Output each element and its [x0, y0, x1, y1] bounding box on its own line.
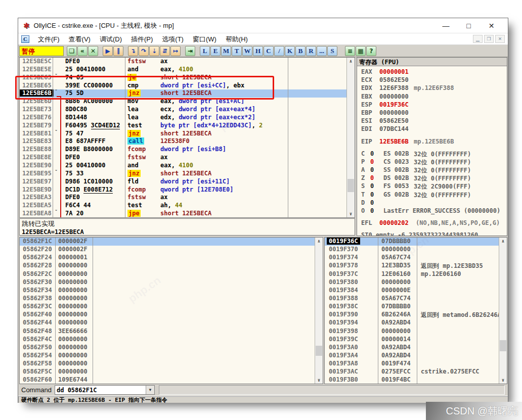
disasm-row[interactable]: 12E5BE5E25 00410000andeax, 4100	[20, 66, 346, 74]
command-input[interactable]	[55, 387, 146, 394]
memory-row[interactable]: 05862F4400000000	[20, 319, 323, 327]
maximize-button[interactable]: □	[457, 22, 480, 30]
trace-into-button[interactable]: ⇣	[149, 46, 159, 56]
memory-row[interactable]: 05862F2C00000000	[20, 270, 323, 278]
disasm-row[interactable]: 12E5BE738D0C80leaecx, dword ptr [eax+eax…	[20, 106, 346, 114]
disasm-row[interactable]: 12E5BE88D89E B8000000fcompdword ptr [esi…	[20, 146, 346, 154]
column-divider[interactable]	[378, 238, 378, 384]
disasm-row[interactable]: 12E5BE81ˇ75 47jnzshort 12E5BECA	[20, 130, 346, 138]
register-row-edi[interactable]: EDI07DBC144	[357, 125, 507, 133]
register-row-eip[interactable]: EIP12E5BE6Bmp.12E5BE6B	[357, 138, 507, 146]
memory-row[interactable]: 05862F1C0000002F	[20, 238, 323, 246]
column-divider[interactable]	[417, 238, 417, 384]
flag-row-c[interactable]: C0ES 002B32位 0(FFFFFFFF)	[357, 150, 507, 158]
flag-row-s[interactable]: S0FS 005332位 2C9000(FFF)	[357, 182, 507, 191]
memory-row[interactable]: 05862F200000002F	[20, 246, 323, 254]
menu-item-w[interactable]: 窗口(W)	[188, 34, 221, 44]
stack-row[interactable]: 0019F3AC0275EFCCcstrike.0275EFCC	[325, 368, 507, 376]
mdi-minimize-button[interactable]: ▁	[473, 35, 483, 43]
panel-button-h[interactable]: H	[253, 46, 263, 56]
disasm-row[interactable]: 12E5BEA8ˇ7A 20jpeshort 12E5BECA	[20, 210, 346, 218]
stack-row[interactable]: 0019F37000000000	[325, 246, 507, 254]
help-button[interactable]: ?	[366, 46, 376, 56]
stack-row[interactable]: 0019F3A80019F474	[325, 360, 507, 368]
stack-row[interactable]: 0019F37405A67C74	[325, 254, 507, 262]
flag-row-a[interactable]: A0SS 002B32位 0(FFFFFFFF)	[357, 166, 507, 174]
step-over-button[interactable]: ↷	[139, 46, 149, 56]
stack-scrollbar[interactable]: ∧ ∨	[499, 238, 507, 384]
stack-row[interactable]: 0019F3A00A92ABD4	[325, 344, 507, 352]
panel-button-w[interactable]: W	[242, 46, 252, 56]
memory-row[interactable]: 05862F483EE66666	[20, 328, 323, 336]
chevron-down-icon[interactable]: ▼	[146, 386, 154, 394]
step-into-button[interactable]: ↴	[128, 46, 138, 56]
stack-row[interactable]: 0019F3906B26246A返回到 metamod.6B26246A	[325, 311, 507, 319]
register-row-esp[interactable]: ESP0019F36C	[357, 101, 507, 109]
close-button[interactable]: ✕	[480, 22, 503, 30]
go-to-address-button[interactable]: ⇥	[185, 46, 195, 56]
memory-row[interactable]: 05862F3000000000	[20, 278, 323, 287]
memory-row[interactable]: 05862F2800000000	[20, 262, 323, 270]
menu-item-p[interactable]: 插件(P)	[126, 34, 157, 44]
memory-row[interactable]: 05862F5800000000	[20, 360, 323, 368]
stack-row[interactable]: 0019F39800000000	[325, 328, 507, 336]
register-row-edx[interactable]: EDX12E6F388mp.12E6F388	[357, 84, 507, 92]
register-row-ecx[interactable]: ECX05862E50	[357, 76, 507, 84]
register-row-eax[interactable]: EAX00000001	[357, 68, 507, 76]
registers-pane[interactable]: 寄存器 (FPU) EAX00000001ECX05862E50EDX12E6F…	[357, 57, 507, 236]
register-row-ebx[interactable]: EBX00000000	[357, 93, 507, 101]
restart-button[interactable]: «	[77, 46, 88, 56]
menu-item-f[interactable]: 文件(F)	[33, 34, 64, 44]
panel-button-t[interactable]: T	[232, 46, 242, 56]
column-divider[interactable]	[93, 238, 93, 384]
flag-row-t[interactable]: T0GS 002B32位 0(FFFFFFFF)	[357, 191, 507, 199]
panel-button-e[interactable]: E	[210, 46, 221, 56]
memory-scrollbar[interactable]: ∧ ∨	[315, 238, 323, 384]
scroll-down-icon[interactable]: ∨	[499, 377, 507, 384]
disassembly-scrollbar[interactable]: ∧ ∨	[346, 58, 355, 217]
memory-row[interactable]: 05862F3C00000000	[20, 303, 323, 311]
stack-row[interactable]: 0019F38000000000	[325, 278, 507, 287]
scrollbar-thumb[interactable]	[347, 179, 354, 192]
stack-pane[interactable]: 0019F36C07DBBBB00019F370000000000019F374…	[324, 237, 507, 384]
minimize-button[interactable]: —	[434, 22, 457, 30]
register-row-esi[interactable]: ESI05862E50	[357, 117, 507, 125]
command-combobox[interactable]: ▼	[55, 385, 155, 395]
memory-row[interactable]: 05862F3400000000	[20, 287, 323, 295]
scroll-up-icon[interactable]: ∧	[315, 238, 323, 245]
menu-item-d[interactable]: 调试(D)	[95, 34, 126, 44]
disasm-row[interactable]: 12E5BEA3DFE0fstswax	[20, 194, 346, 202]
stack-row[interactable]: 0019F38C07DBBBB0	[325, 303, 507, 311]
flag-row-z[interactable]: Z0DS 002B32位 0(FFFFFFFF)	[357, 174, 507, 182]
stack-row[interactable]: 0019F36C07DBBBB0	[325, 238, 507, 246]
memory-row[interactable]: 05862F2400000001	[20, 254, 323, 262]
scrollbar-thumb[interactable]	[500, 340, 506, 351]
disasm-row[interactable]: 12E5BEA5F6C4 44testah, 44	[20, 202, 346, 210]
disasm-row[interactable]: 12E5BE5CDFE0fstswax	[20, 58, 346, 66]
memory-row[interactable]: 05862F5000000000	[20, 344, 323, 352]
stack-row[interactable]: 0019F3940A92ABD4	[325, 319, 507, 327]
register-row-efl[interactable]: EFL00000202(NO,NB,NE,A,NS,PO,GE,G)	[357, 219, 507, 227]
options-button[interactable]: ≡	[345, 46, 355, 56]
trace-over-button[interactable]: ⇵	[160, 46, 170, 56]
memory-row[interactable]: 05862F60109E6744	[20, 376, 323, 384]
memory-dump-pane[interactable]: 05862F1C0000002F05862F200000002F05862F24…	[19, 237, 323, 384]
panel-button-b[interactable]: B	[295, 46, 306, 56]
menu-item-h[interactable]: 帮助(H)	[221, 34, 252, 44]
register-row-st0[interactable]: ST0 empty -6.2359373223443981260	[357, 231, 507, 236]
flag-row-p[interactable]: P0CS 002332位 0(FFFFFFFF)	[357, 158, 507, 166]
mdi-close-button[interactable]: ✕	[495, 35, 505, 43]
menu-item-v[interactable]: 查看(V)	[64, 34, 95, 44]
flag-row-o[interactable]: O0LastErr ERROR_SUCCESS (00000000)	[357, 207, 507, 215]
memory-row[interactable]: 05862F3800000000	[20, 295, 323, 303]
mdi-restore-button[interactable]: ❐	[484, 35, 494, 43]
memory-row[interactable]: 05862F5C00000000	[20, 368, 323, 376]
pause-button[interactable]: ‖	[113, 46, 123, 56]
scroll-up-icon[interactable]: ∧	[347, 58, 355, 65]
memory-row[interactable]: 05862F4C00000000	[20, 336, 323, 344]
flag-row-d[interactable]: D0	[357, 199, 507, 207]
panel-button-r[interactable]: R	[306, 46, 316, 56]
stack-row[interactable]: 0019F37C12E06160mp.12E06160	[325, 270, 507, 278]
title-bar[interactable]: ✱ OllyICE - cstrike.exe - [CPU - 主线程, 模块…	[18, 18, 508, 33]
close-process-button[interactable]: ✕	[88, 46, 98, 56]
